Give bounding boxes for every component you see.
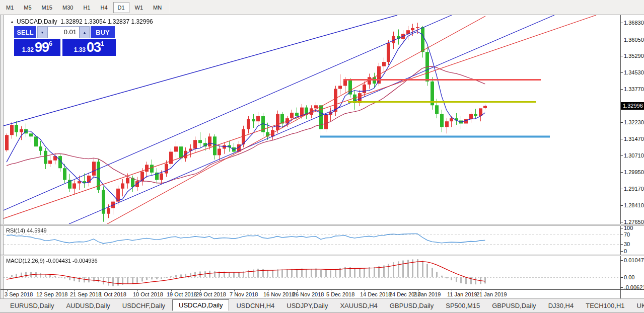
buy-price-panel[interactable]: 1.33 03 1 — [62, 39, 116, 56]
tab-usdchf-daily[interactable]: USDCHF,Daily — [117, 300, 170, 311]
timeframe-button-M15[interactable]: M15 — [37, 2, 57, 13]
date-label: 2 Jan 2019 — [413, 291, 441, 297]
tab-eurusd-daily[interactable]: EURUSD,Daily — [5, 300, 59, 311]
rsi-axis-label-tick — [620, 244, 623, 245]
timeframe-button-W1[interactable]: W1 — [130, 2, 148, 13]
price-axis-label: 1.33770 — [624, 86, 644, 92]
price-axis-label: 1.28410 — [624, 202, 644, 208]
symbol-tab-bar: EURUSD,DailyAUDUSD,DailyUSDCHF,DailyUSDC… — [0, 299, 644, 312]
date-label: 16 Nov 2018 — [263, 291, 295, 297]
rsi-axis-label: 70 — [624, 231, 630, 238]
rsi-macd-splitter[interactable] — [1, 255, 644, 256]
date-label: 3 Sep 2018 — [5, 291, 33, 297]
price-axis-label-tick — [620, 189, 623, 189]
macd-axis-label: 0.010474 — [624, 257, 644, 263]
frame-top-line — [0, 15, 644, 15]
date-label: 29 Oct 2018 — [196, 291, 226, 297]
price-axis-label-tick — [620, 172, 623, 173]
rsi-axis-label-tick — [620, 234, 623, 235]
tab-xauusd-h4[interactable]: XAUUSD,H4 — [335, 300, 382, 311]
date-label: 14 Dec 2018 — [360, 291, 391, 297]
macd-label: MACD(12,26,9) -0.004431 -0.004936 — [6, 258, 98, 264]
macd-axis-label: -0.006218 — [624, 284, 644, 290]
timeframe-button-M5[interactable]: M5 — [19, 2, 36, 13]
date-label: 21 Sep 2018 — [70, 291, 101, 297]
date-label: 5 Dec 2018 — [326, 291, 354, 297]
timeframe-button-M1[interactable]: M1 — [2, 2, 18, 13]
date-label: 21 Jan 2019 — [476, 291, 507, 297]
spacer — [57, 18, 61, 25]
chart-title: ▲ USDCAD,Daily 1.32892 1.33054 1.32837 1… — [7, 18, 153, 25]
tab-dj30-h4[interactable]: DJ30,H4 — [543, 300, 579, 311]
sell-price-point: 6 — [49, 40, 52, 47]
rsi-axis-label: 100 — [624, 225, 633, 231]
sell-price-panel[interactable]: 1.32 99 6 — [14, 39, 60, 56]
price-axis-label-tick — [620, 56, 623, 56]
date-label: 1 Oct 2018 — [99, 291, 126, 297]
sell-price-prefix: 1.32 — [22, 46, 34, 53]
tab-usdcad-daily[interactable]: USDCAD,Daily — [172, 299, 229, 311]
chart-rsi-splitter[interactable] — [1, 224, 644, 226]
timeframe-toolbar: M1M5M15M30H1H4D1W1MN — [0, 0, 644, 15]
macd-axis-label-tick — [620, 277, 623, 278]
timeframe-button-H1[interactable]: H1 — [79, 2, 95, 13]
date-label: 10 Oct 2018 — [133, 291, 163, 297]
timeframe-button-MN[interactable]: MN — [149, 2, 166, 13]
price-axis-label: 1.32230 — [624, 119, 644, 125]
rsi-axis-label-tick — [620, 251, 623, 252]
macd-indicator-panel: MACD(12,26,9) -0.004431 -0.004936 — [4, 256, 620, 289]
tab-usdcnh-h4[interactable]: USDCNH,H4 — [231, 300, 279, 311]
price-axis-label-tick — [620, 72, 623, 73]
rsi-canvas[interactable] — [4, 226, 620, 255]
tab-sp500-m15[interactable]: SP500,M15 — [441, 300, 485, 311]
price-axis-label-tick — [620, 40, 623, 40]
trading-platform-window: M1M5M15M30H1H4D1W1MN ▲ USDCAD,Daily 1.32… — [0, 0, 644, 313]
sell-button[interactable]: SELL — [14, 26, 36, 38]
time-axis[interactable]: 3 Sep 201812 Sep 201821 Sep 20181 Oct 20… — [4, 290, 644, 298]
volume-decrease-button[interactable]: ▼ — [37, 26, 47, 38]
date-label: 19 Oct 2018 — [167, 291, 197, 297]
chart-symbol-label: USDCAD,Daily — [17, 18, 57, 25]
timeframe-button-D1[interactable]: D1 — [113, 2, 129, 13]
tab-audusd-daily[interactable]: AUDUSD,Daily — [61, 300, 115, 311]
one-click-trade-widget: SELL ▼ 0.01 ▲ BUY 1.32 99 6 1.33 03 1 — [14, 26, 116, 56]
buy-button[interactable]: BUY — [91, 26, 115, 38]
chart-ohlc-values: 1.32892 1.33054 1.32837 1.32996 — [60, 18, 153, 25]
timeframe-button-H4[interactable]: H4 — [96, 2, 112, 13]
macd-bottom-line — [1, 289, 644, 290]
price-axis-label: 1.36050 — [624, 37, 644, 43]
tab-usdjpy-daily[interactable]: USDJPY,Daily — [281, 300, 333, 311]
sell-price-pips: 99 — [35, 41, 49, 54]
date-label: 26 Nov 2018 — [293, 291, 324, 297]
rsi-indicator-panel: RSI(14) 44.5949 — [4, 226, 620, 255]
rsi-label: RSI(14) 44.5949 — [6, 227, 47, 233]
rsi-axis-label: 0 — [624, 248, 627, 254]
price-axis-label-tick — [620, 155, 623, 156]
price-axis-label-tick — [620, 222, 623, 222]
volume-increase-button[interactable]: ▲ — [80, 26, 90, 38]
price-axis-label-tick — [620, 89, 623, 90]
buy-price-prefix: 1.33 — [74, 46, 86, 53]
price-axis-label: 1.27650 — [624, 219, 644, 225]
tab-gbpusd-daily[interactable]: GBPUSD,Daily — [487, 300, 541, 311]
buy-price-pips: 03 — [87, 41, 101, 54]
date-label: 12 Sep 2018 — [36, 291, 67, 297]
price-axis-label: 1.30710 — [624, 152, 644, 159]
price-axis-label-tick — [620, 122, 623, 123]
tab-ukoil-h1[interactable]: UKOil,H1 — [632, 300, 644, 311]
current-price-badge: 1.32996 — [620, 102, 644, 110]
collapse-triangle-icon[interactable]: ▲ — [10, 20, 14, 24]
date-label: 11 Jan 2019 — [447, 291, 477, 297]
price-axis-label-tick — [620, 205, 623, 206]
price-chart-panel: ▲ USDCAD,Daily 1.32892 1.33054 1.32837 1… — [4, 15, 620, 224]
tab-tech100-h1[interactable]: TECH100,H1 — [581, 300, 629, 311]
tab-gbpusd-daily[interactable]: GBPUSD,Daily — [385, 300, 439, 311]
price-axis-label: 1.35290 — [624, 53, 644, 59]
macd-axis-label-tick — [620, 287, 623, 288]
timeframe-button-M30[interactable]: M30 — [58, 2, 78, 13]
price-axis-label: 1.31470 — [624, 136, 644, 142]
price-axis-label: 1.29170 — [624, 186, 644, 192]
volume-input[interactable]: 0.01 — [47, 26, 80, 38]
buy-price-point: 1 — [101, 40, 104, 47]
price-axis-label-tick — [620, 23, 623, 23]
